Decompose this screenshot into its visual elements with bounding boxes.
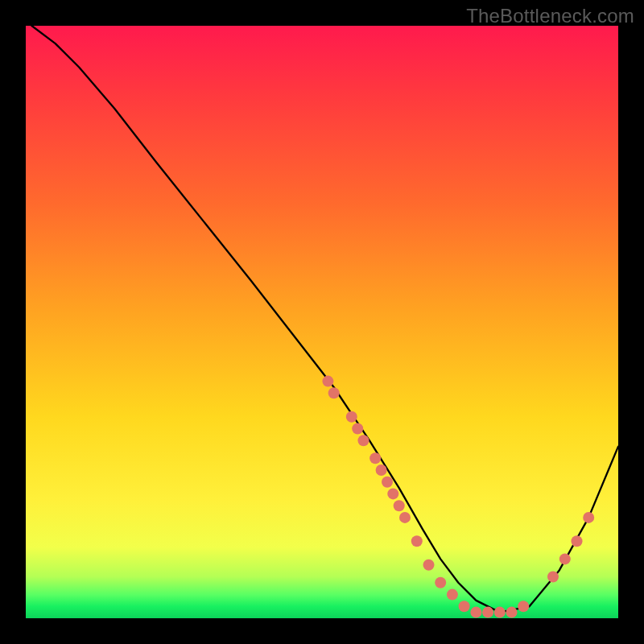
data-point [470,607,481,618]
watermark-text: TheBottleneck.com [466,5,634,27]
data-point [352,423,363,435]
data-point [411,535,423,547]
data-point [346,411,357,423]
data-point [447,589,458,601]
data-point [358,435,369,446]
data-point [369,452,381,464]
data-point [328,387,340,398]
data-point [559,553,571,564]
data-point [547,572,559,583]
data-point [518,601,529,612]
data-point [394,500,405,511]
chart-svg [26,26,618,618]
data-point [583,512,594,523]
data-point [399,512,411,523]
chart-stage: TheBottleneck.com [0,0,644,644]
data-point [459,601,470,612]
data-point [376,464,387,476]
plot-area [26,26,618,618]
bottleneck-curve [31,26,618,613]
data-point [494,607,506,618]
data-point [382,477,393,488]
data-point [387,488,398,499]
data-point [423,559,435,571]
data-point [506,607,518,618]
data-point [482,607,493,618]
data-point [435,577,446,588]
data-point [322,376,333,387]
data-point [572,535,583,547]
